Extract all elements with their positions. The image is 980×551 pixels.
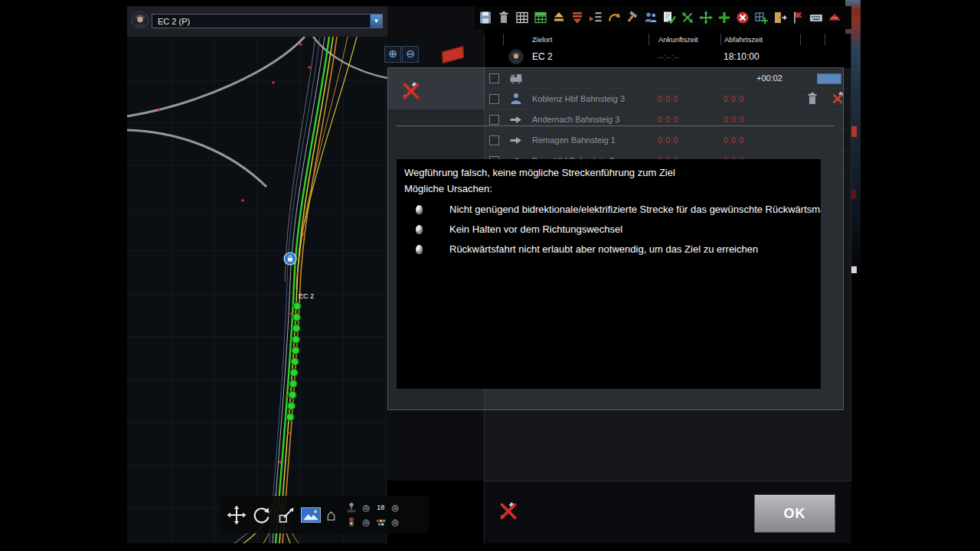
people-icon[interactable] bbox=[643, 10, 658, 25]
train-arrival: --:--:-- bbox=[648, 52, 720, 61]
bullet-icon bbox=[416, 205, 423, 214]
bullet-icon bbox=[416, 245, 423, 254]
grid-add-icon[interactable] bbox=[753, 10, 769, 25]
remove-icon[interactable] bbox=[735, 10, 750, 25]
uncouple-icon[interactable] bbox=[498, 501, 518, 521]
block-lock-icon[interactable] bbox=[284, 253, 296, 265]
station-name: Remagen Bahnsteig 1 bbox=[528, 135, 648, 145]
reason-text: Nicht genügend bidrektionale/elektrifizi… bbox=[449, 204, 821, 215]
locomotive-icon bbox=[508, 70, 524, 86]
pointer-hand-icon bbox=[508, 112, 524, 127]
layers-icon[interactable] bbox=[375, 517, 386, 527]
signal-dots bbox=[158, 43, 311, 502]
flag-icon[interactable] bbox=[790, 10, 805, 25]
main-toolbar bbox=[475, 6, 851, 29]
delay-row[interactable]: +00:02 bbox=[485, 68, 851, 89]
map-header: EC 2 (P) ▼ bbox=[127, 6, 387, 37]
train-departure: 18:10:00 bbox=[720, 51, 800, 62]
arrival-time: 0:0:0 bbox=[648, 95, 720, 103]
row-checkbox[interactable] bbox=[489, 94, 499, 104]
error-dialog: Wegführung falsch, keine mögliche Streck… bbox=[397, 159, 821, 389]
add-icon[interactable] bbox=[717, 10, 732, 25]
bullet-icon bbox=[416, 225, 423, 234]
driver-avatar-icon bbox=[131, 11, 149, 29]
link-tracks-icon[interactable] bbox=[680, 10, 695, 25]
col-abfahrtszeit: Abfahrtszeit bbox=[720, 34, 800, 45]
schedule-header: Zielort Ankunftszeit Abfahrtszeit bbox=[485, 34, 851, 45]
progress-bar bbox=[817, 73, 841, 84]
departure-time: 0:0:0 bbox=[720, 136, 800, 145]
arrival-time: 0:0:0 bbox=[648, 116, 720, 124]
map-view[interactable]: EC 2 bbox=[127, 37, 387, 543]
row-checkbox[interactable] bbox=[489, 73, 499, 83]
station-name: Koblenz Hbf Bahnsteig 3 bbox=[528, 94, 648, 103]
game-world-detail bbox=[851, 266, 857, 273]
dialog-reason-list: Nicht genügend bidrektionale/elektrifizi… bbox=[404, 204, 821, 255]
target-icon[interactable]: ◎ bbox=[391, 517, 399, 527]
dialog-subtitle: Mögliche Ursachen: bbox=[404, 183, 821, 194]
reason-text: Rückwärtsfahrt nicht erlaubt aber notwen… bbox=[449, 243, 758, 255]
camera-view-icon[interactable] bbox=[301, 507, 321, 523]
zoom-out-button[interactable]: ⊖ bbox=[402, 46, 419, 63]
edit-confirm-icon[interactable] bbox=[662, 10, 677, 25]
eject-icon[interactable] bbox=[551, 10, 567, 25]
driver-avatar-icon bbox=[508, 49, 524, 64]
zoom-out-icon: ⊖ bbox=[406, 47, 415, 60]
col-ankunftszeit: Ankunftszeit bbox=[648, 34, 720, 45]
reason-text: Kein Halten vor dem Richtungswechsel bbox=[449, 223, 622, 235]
map-train-label: EC 2 bbox=[299, 292, 314, 300]
home-view-icon[interactable]: ⌂ bbox=[326, 507, 336, 523]
target-icon[interactable]: ◎ bbox=[391, 503, 399, 513]
tools-icon[interactable] bbox=[625, 10, 640, 25]
delay-value: +00:02 bbox=[720, 73, 800, 83]
list-item: Rückwärtsfahrt nicht erlaubt aber notwen… bbox=[404, 243, 821, 255]
departure-time: 0:0:0 bbox=[720, 95, 800, 103]
zoom-in-icon: ⊕ bbox=[388, 47, 397, 60]
table-green-icon[interactable] bbox=[533, 10, 548, 25]
delete-stop-icon[interactable] bbox=[805, 91, 820, 106]
departure-time: 0:0:0 bbox=[720, 116, 800, 124]
station-name: Andernach Bahnsteig 3 bbox=[528, 115, 648, 124]
col-zielort: Zielort bbox=[528, 34, 648, 45]
save-icon[interactable] bbox=[478, 10, 493, 25]
pan-map-icon[interactable] bbox=[227, 505, 247, 525]
delete-icon[interactable] bbox=[496, 10, 511, 25]
train-selector[interactable]: EC 2 (P) ▼ bbox=[152, 14, 383, 28]
passenger-stop-icon bbox=[508, 91, 524, 106]
train-name: EC 2 bbox=[528, 51, 648, 62]
row-checkbox[interactable] bbox=[489, 135, 499, 145]
list-item: Kein Halten vor dem Richtungswechsel bbox=[404, 223, 821, 235]
bottom-panel: OK bbox=[484, 481, 851, 543]
move-object-icon[interactable] bbox=[277, 506, 296, 524]
stop-row-koblenz[interactable]: Koblenz Hbf Bahnsteig 3 0:0:0 0:0:0 bbox=[485, 89, 851, 109]
zoom-level-value[interactable]: 18 bbox=[377, 504, 384, 511]
uncouple-icon[interactable] bbox=[401, 81, 421, 101]
roof-icon[interactable] bbox=[827, 10, 842, 25]
arrival-time: 0:0:0 bbox=[648, 136, 720, 145]
road-curve bbox=[127, 37, 305, 116]
move-add-icon[interactable] bbox=[698, 10, 714, 25]
dialog-title: Wegführung falsch, keine mögliche Streck… bbox=[404, 167, 821, 178]
zoom-in-button[interactable]: ⊕ bbox=[384, 46, 401, 63]
scroll-down-icon[interactable] bbox=[570, 10, 585, 25]
target-icon[interactable]: ◎ bbox=[362, 503, 370, 513]
track-map: EC 2 bbox=[127, 37, 387, 543]
exit-icon[interactable] bbox=[772, 10, 787, 25]
dropdown-arrow-icon[interactable]: ▼ bbox=[370, 15, 382, 28]
row-checkbox[interactable] bbox=[489, 115, 499, 125]
redo-curve-icon[interactable] bbox=[606, 10, 622, 25]
train-selector-value: EC 2 (P) bbox=[152, 17, 370, 26]
train-summary-row[interactable]: EC 2 --:--:-- 18:10:00 bbox=[485, 45, 851, 68]
rotate-view-icon[interactable] bbox=[252, 505, 272, 525]
uncouple-stop-icon[interactable] bbox=[830, 91, 845, 106]
pointer-hand-icon bbox=[508, 132, 524, 148]
insert-row-icon[interactable] bbox=[588, 10, 603, 25]
target-icon[interactable]: ◎ bbox=[362, 517, 370, 527]
keyboard-icon[interactable] bbox=[808, 10, 824, 25]
stop-row-remagen[interactable]: Remagen Bahnsteig 1 0:0:0 0:0:0 bbox=[485, 130, 851, 151]
ok-button[interactable]: OK bbox=[754, 494, 835, 533]
joystick-icon[interactable] bbox=[345, 501, 358, 514]
stop-row-andernach[interactable]: Andernach Bahnsteig 3 0:0:0 0:0:0 bbox=[485, 109, 851, 130]
signal-toggle-icon[interactable] bbox=[346, 517, 357, 527]
grid-icon[interactable] bbox=[514, 10, 530, 25]
